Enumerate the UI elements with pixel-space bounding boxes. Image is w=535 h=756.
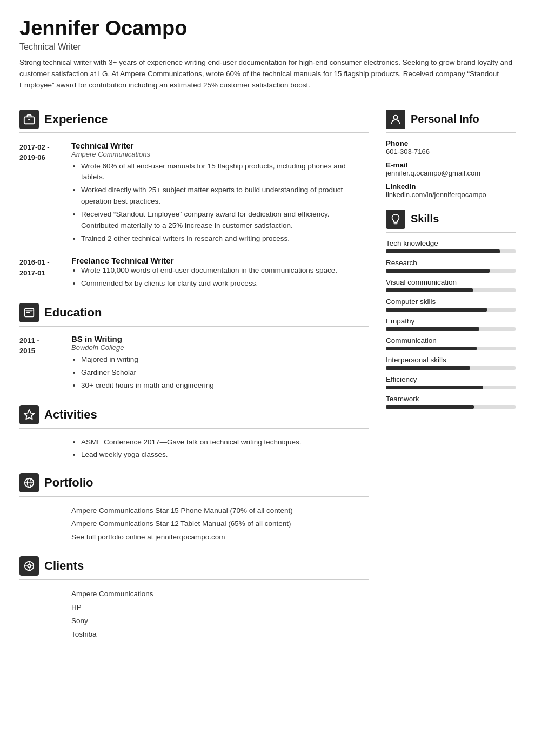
portfolio-section: Portfolio Ampere Communications Star 15 … xyxy=(19,473,369,545)
candidate-title: Technical Writer xyxy=(19,42,516,52)
skill-item: Computer skills xyxy=(386,298,516,312)
skill-name-2: Visual communication xyxy=(386,278,516,286)
bullet: Gardiner Scholar xyxy=(81,367,369,379)
clients-title: Clients xyxy=(44,559,84,573)
clients-content: Ampere Communications HP Sony Toshiba xyxy=(19,588,369,642)
portfolio-title: Portfolio xyxy=(44,476,93,490)
skill-name-7: Efficiency xyxy=(386,375,516,383)
activities-title: Activities xyxy=(44,408,97,422)
skill-bar-bg-0 xyxy=(386,249,516,253)
right-column: Personal Info Phone 601-303-7166 E-mail … xyxy=(386,110,516,654)
skill-bar-fill-2 xyxy=(386,288,473,292)
skill-item: Efficiency xyxy=(386,375,516,389)
experience-dates-2: 2016-01 - 2017-01 xyxy=(19,256,63,291)
skill-bar-bg-2 xyxy=(386,288,516,292)
skill-name-6: Interpersonal skills xyxy=(386,356,516,364)
experience-entry-2: 2016-01 - 2017-01 Freelance Technical Wr… xyxy=(19,256,369,291)
personal-info-header: Personal Info xyxy=(386,110,516,133)
skill-item: Research xyxy=(386,259,516,273)
svg-marker-4 xyxy=(24,409,34,418)
phone-value: 601-303-7166 xyxy=(386,147,516,156)
education-degree-1: BS in Writing xyxy=(71,334,369,343)
education-section-header: Education xyxy=(19,303,369,327)
skill-bar-bg-1 xyxy=(386,269,516,273)
skill-item: Interpersonal skills xyxy=(386,356,516,370)
client-item-3: Sony xyxy=(71,615,369,628)
bullet: 30+ credit hours in math and engineering xyxy=(81,380,369,392)
bullet: Commended 5x by clients for clarity and … xyxy=(81,278,369,289)
svg-rect-0 xyxy=(24,117,34,124)
clients-section: Clients Ampere Communications HP Sony To… xyxy=(19,556,369,642)
experience-job-title-1: Technical Writer xyxy=(71,141,369,150)
skill-bar-fill-5 xyxy=(386,347,477,350)
education-bullets-1: Majored in writing Gardiner Scholar 30+ … xyxy=(71,354,369,392)
skill-item: Empathy xyxy=(386,317,516,331)
skill-bar-fill-3 xyxy=(386,308,487,312)
activity-item-2: Lead weekly yoga classes. xyxy=(81,449,369,461)
skill-name-0: Tech knowledge xyxy=(386,239,516,247)
skill-bar-bg-5 xyxy=(386,347,516,350)
skill-bar-fill-0 xyxy=(386,249,500,253)
bullet: Worked directly with 25+ subject matter … xyxy=(81,185,369,207)
bullet: Majored in writing xyxy=(81,354,369,366)
activities-section: Activities ASME Conference 2017—Gave tal… xyxy=(19,405,369,461)
activities-list: ASME Conference 2017—Gave talk on techni… xyxy=(71,436,369,461)
client-item-2: HP xyxy=(71,601,369,615)
resume-container: Jennifer Ocampo Technical Writer Strong … xyxy=(0,0,535,671)
skill-bar-fill-8 xyxy=(386,405,474,409)
phone-label: Phone xyxy=(386,139,516,147)
skills-list: Tech knowledge Research Visual communica… xyxy=(386,239,516,409)
skill-bar-fill-4 xyxy=(386,327,479,331)
experience-title: Experience xyxy=(44,112,108,126)
svg-point-14 xyxy=(393,115,397,119)
linkedin-label: LinkedIn xyxy=(386,183,516,191)
experience-entry-1: 2017-02 - 2019-06 Technical Writer Amper… xyxy=(19,141,369,246)
education-entry-1: 2011 - 2015 BS in Writing Bowdoin Colleg… xyxy=(19,334,369,393)
bullet: Wrote 60% of all end-user manuals for 15… xyxy=(81,161,369,184)
clients-section-header: Clients xyxy=(19,556,369,580)
svg-rect-2 xyxy=(28,119,30,120)
phone-item: Phone 601-303-7166 xyxy=(386,139,516,156)
svg-point-9 xyxy=(28,565,31,568)
bullet: Wrote 110,000 words of end-user document… xyxy=(81,265,369,276)
experience-icon xyxy=(19,110,39,129)
email-label: E-mail xyxy=(386,161,516,169)
skills-header: Skills xyxy=(386,210,516,233)
candidate-summary: Strong technical writer with 3+ years of… xyxy=(19,57,516,91)
skill-name-1: Research xyxy=(386,259,516,267)
client-item-1: Ampere Communications xyxy=(71,588,369,601)
education-dates-1: 2011 - 2015 xyxy=(19,334,63,393)
education-content-1: BS in Writing Bowdoin College Majored in… xyxy=(71,334,369,393)
candidate-name: Jennifer Ocampo xyxy=(19,17,516,40)
portfolio-item-3: See full portfolio online at jenniferqoc… xyxy=(71,531,369,544)
portfolio-item-1: Ampere Communications Star 15 Phone Manu… xyxy=(71,504,369,518)
email-item: E-mail jennifer.q.ocampo@gmail.com xyxy=(386,161,516,177)
skill-bar-fill-7 xyxy=(386,386,483,389)
skill-bar-fill-6 xyxy=(386,366,470,370)
email-value: jennifer.q.ocampo@gmail.com xyxy=(386,169,516,177)
experience-bullets-1: Wrote 60% of all end-user manuals for 15… xyxy=(71,161,369,245)
skill-name-8: Teamwork xyxy=(386,395,516,403)
linkedin-item: LinkedIn linkedin.com/in/jenniferqocampo xyxy=(386,183,516,199)
activity-item-1: ASME Conference 2017—Gave talk on techni… xyxy=(81,436,369,449)
education-icon xyxy=(19,303,39,322)
skill-item: Visual communication xyxy=(386,278,516,292)
experience-company-1: Ampere Communications xyxy=(71,150,369,158)
skill-item: Teamwork xyxy=(386,395,516,409)
left-column: Experience 2017-02 - 2019-06 Technical W… xyxy=(19,110,369,654)
skill-item: Tech knowledge xyxy=(386,239,516,253)
skill-bar-bg-4 xyxy=(386,327,516,331)
skill-name-3: Computer skills xyxy=(386,298,516,306)
main-layout: Experience 2017-02 - 2019-06 Technical W… xyxy=(19,110,516,654)
education-section: Education 2011 - 2015 BS in Writing Bowd… xyxy=(19,303,369,393)
portfolio-item-2: Ampere Communications Star 12 Tablet Man… xyxy=(71,517,369,531)
skill-name-5: Communication xyxy=(386,336,516,345)
skills-icon xyxy=(386,210,405,229)
client-item-4: Toshiba xyxy=(71,628,369,642)
bullet: Trained 2 other technical writers in res… xyxy=(81,233,369,245)
skills-title: Skills xyxy=(411,213,439,225)
portfolio-section-header: Portfolio xyxy=(19,473,369,497)
activities-section-header: Activities xyxy=(19,405,369,429)
clients-list: Ampere Communications HP Sony Toshiba xyxy=(71,588,369,642)
activities-icon xyxy=(19,405,39,424)
